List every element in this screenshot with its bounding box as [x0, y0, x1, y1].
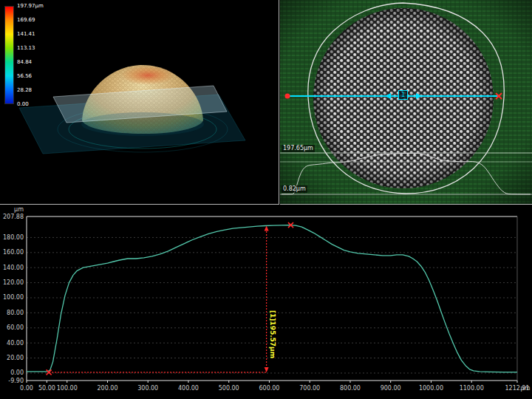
svg-text:µm: µm — [521, 385, 531, 392]
svg-text:100.00: 100.00 — [3, 294, 24, 301]
svg-text:900.00: 900.00 — [381, 385, 401, 392]
svg-text:60.00: 60.00 — [7, 324, 24, 331]
measure-start-point[interactable] — [285, 94, 290, 99]
svg-text:1000.00: 1000.00 — [419, 385, 443, 392]
colorbar-gradient — [4, 6, 14, 104]
colorbar-tick-label: 28.28 — [17, 87, 32, 93]
colorbar-tick-label: 113.13 — [17, 45, 35, 51]
panel-camera-view[interactable]: 197.65µm 0.82µm 1 — [280, 0, 532, 205]
metrology-workspace: { "colors": { "curve": "#53c8ac", "annot… — [0, 0, 532, 399]
vignette — [280, 0, 532, 205]
svg-text:20.00: 20.00 — [7, 355, 24, 361]
svg-text:µm: µm — [14, 206, 24, 213]
svg-text:140.00: 140.00 — [3, 265, 24, 271]
svg-text:100.00: 100.00 — [57, 385, 78, 392]
colorbar-tick-label: 141.41 — [17, 31, 35, 37]
svg-text:[1]195.57µm: [1]195.57µm — [269, 310, 276, 358]
chart-axes: 207.88180.00160.00140.00120.00100.0080.0… — [3, 206, 531, 392]
svg-text:500.00: 500.00 — [219, 385, 239, 392]
svg-text:50.00: 50.00 — [38, 385, 55, 392]
svg-text:160.00: 160.00 — [3, 249, 24, 256]
camera-image[interactable] — [280, 0, 532, 205]
measurement-annotations: [1]195.57µm — [47, 222, 293, 375]
colorbar-tick-label: 84.84 — [17, 59, 32, 65]
panel-profile-chart[interactable]: 207.88180.00160.00140.00120.00100.0080.0… — [0, 205, 532, 399]
svg-text:300.00: 300.00 — [137, 385, 158, 392]
svg-text:-9.90: -9.90 — [8, 378, 24, 384]
colorbar-tick-label: 56.56 — [17, 73, 32, 79]
colorbar-labels: 197.97µm169.69141.41113.1384.8456.5628.2… — [17, 6, 57, 104]
colorbar-tick-label: 169.69 — [17, 17, 35, 23]
svg-text:0.00: 0.00 — [10, 369, 24, 376]
height-colorbar: 197.97µm169.69141.41113.1384.8456.5628.2… — [4, 6, 58, 111]
svg-text:207.88: 207.88 — [3, 214, 24, 220]
svg-text:400.00: 400.00 — [178, 385, 199, 392]
svg-text:800.00: 800.00 — [340, 385, 361, 392]
max-height-label: 197.65µm — [282, 145, 315, 152]
svg-text:80.00: 80.00 — [7, 310, 24, 316]
svg-text:180.00: 180.00 — [3, 234, 24, 241]
profile-chart[interactable]: 207.88180.00160.00140.00120.00100.0080.0… — [0, 205, 532, 399]
svg-text:700.00: 700.00 — [299, 385, 320, 392]
min-height-label: 0.82µm — [282, 185, 307, 193]
svg-text:600.00: 600.00 — [259, 385, 279, 392]
colorbar-tick-label: 197.97µm — [17, 3, 44, 9]
svg-text:0.00: 0.00 — [20, 385, 33, 392]
svg-text:200.00: 200.00 — [97, 385, 117, 392]
colorbar-tick-label: 0.00 — [17, 101, 29, 107]
svg-text:40.00: 40.00 — [7, 340, 24, 347]
measurement-marker-badge: 1 — [398, 90, 408, 100]
panel-3d-view[interactable]: 197.97µm169.69141.41113.1384.8456.5628.2… — [0, 0, 279, 205]
svg-text:120.00: 120.00 — [3, 279, 24, 286]
svg-text:1100.00: 1100.00 — [460, 385, 484, 392]
